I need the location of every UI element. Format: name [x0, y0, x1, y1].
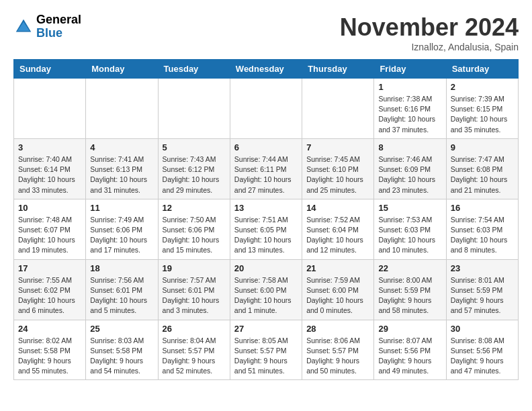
day-info: Sunrise: 8:04 AM Sunset: 5:57 PM Dayligh… [163, 336, 226, 377]
calendar-cell: 17Sunrise: 7:55 AM Sunset: 6:02 PM Dayli… [14, 259, 86, 320]
calendar-cell: 3Sunrise: 7:40 AM Sunset: 6:14 PM Daylig… [14, 138, 86, 199]
logo-icon [13, 17, 34, 37]
day-number: 3 [18, 142, 81, 152]
calendar-cell: 4Sunrise: 7:41 AM Sunset: 6:13 PM Daylig… [86, 138, 158, 199]
day-number: 10 [18, 203, 81, 213]
location: Iznalloz, Andalusia, Spain [340, 42, 519, 52]
day-number: 22 [378, 263, 441, 273]
calendar-cell: 23Sunrise: 8:01 AM Sunset: 5:59 PM Dayli… [446, 259, 518, 320]
weekday-header: Thursday [302, 60, 374, 79]
day-info: Sunrise: 8:02 AM Sunset: 5:58 PM Dayligh… [18, 336, 81, 377]
weekday-header: Sunday [14, 60, 86, 79]
day-info: Sunrise: 7:57 AM Sunset: 6:01 PM Dayligh… [163, 275, 226, 316]
day-info: Sunrise: 7:46 AM Sunset: 6:09 PM Dayligh… [378, 154, 441, 195]
calendar-cell: 7Sunrise: 7:45 AM Sunset: 6:10 PM Daylig… [302, 138, 374, 199]
calendar-cell: 16Sunrise: 7:54 AM Sunset: 6:03 PM Dayli… [446, 199, 518, 259]
weekday-header: Friday [374, 60, 446, 79]
weekday-header: Monday [86, 60, 158, 79]
day-info: Sunrise: 8:06 AM Sunset: 5:57 PM Dayligh… [306, 336, 369, 377]
calendar-week-row: 10Sunrise: 7:48 AM Sunset: 6:07 PM Dayli… [14, 199, 519, 259]
month-title: November 2024 [340, 13, 519, 42]
calendar-cell [230, 79, 302, 139]
calendar-week-row: 1Sunrise: 7:38 AM Sunset: 6:16 PM Daylig… [14, 79, 519, 139]
day-info: Sunrise: 7:58 AM Sunset: 6:00 PM Dayligh… [234, 275, 298, 316]
day-number: 4 [90, 142, 153, 152]
day-info: Sunrise: 7:49 AM Sunset: 6:06 PM Dayligh… [90, 215, 153, 256]
calendar-cell: 13Sunrise: 7:51 AM Sunset: 6:05 PM Dayli… [230, 199, 302, 259]
logo: General Blue [13, 13, 81, 40]
calendar-week-row: 24Sunrise: 8:02 AM Sunset: 5:58 PM Dayli… [14, 320, 519, 380]
day-number: 11 [90, 203, 153, 213]
day-info: Sunrise: 7:40 AM Sunset: 6:14 PM Dayligh… [18, 154, 81, 195]
day-number: 26 [163, 324, 226, 334]
calendar-cell: 15Sunrise: 7:53 AM Sunset: 6:03 PM Dayli… [374, 199, 446, 259]
day-info: Sunrise: 7:52 AM Sunset: 6:04 PM Dayligh… [306, 215, 369, 256]
day-info: Sunrise: 7:59 AM Sunset: 6:00 PM Dayligh… [306, 275, 369, 316]
day-number: 14 [306, 203, 369, 213]
title-block: November 2024 Iznalloz, Andalusia, Spain [340, 13, 519, 52]
day-info: Sunrise: 7:53 AM Sunset: 6:03 PM Dayligh… [378, 215, 441, 256]
page-header: General Blue November 2024 Iznalloz, And… [13, 13, 519, 52]
day-number: 27 [234, 324, 298, 334]
day-number: 1 [378, 82, 441, 92]
calendar-cell: 18Sunrise: 7:56 AM Sunset: 6:01 PM Dayli… [86, 259, 158, 320]
calendar-cell: 1Sunrise: 7:38 AM Sunset: 6:16 PM Daylig… [374, 79, 446, 139]
day-info: Sunrise: 7:38 AM Sunset: 6:16 PM Dayligh… [378, 94, 441, 135]
calendar-body: 1Sunrise: 7:38 AM Sunset: 6:16 PM Daylig… [14, 79, 519, 380]
calendar-cell: 5Sunrise: 7:43 AM Sunset: 6:12 PM Daylig… [158, 138, 230, 199]
calendar-cell: 30Sunrise: 8:08 AM Sunset: 5:56 PM Dayli… [446, 320, 518, 380]
calendar-cell: 29Sunrise: 8:07 AM Sunset: 5:56 PM Dayli… [374, 320, 446, 380]
day-number: 29 [378, 324, 441, 334]
day-info: Sunrise: 8:07 AM Sunset: 5:56 PM Dayligh… [378, 336, 441, 377]
day-number: 25 [90, 324, 153, 334]
day-info: Sunrise: 7:45 AM Sunset: 6:10 PM Dayligh… [306, 154, 369, 195]
calendar-cell: 20Sunrise: 7:58 AM Sunset: 6:00 PM Dayli… [230, 259, 302, 320]
calendar-cell: 21Sunrise: 7:59 AM Sunset: 6:00 PM Dayli… [302, 259, 374, 320]
day-number: 16 [451, 203, 514, 213]
day-info: Sunrise: 8:03 AM Sunset: 5:58 PM Dayligh… [90, 336, 153, 377]
calendar-cell: 24Sunrise: 8:02 AM Sunset: 5:58 PM Dayli… [14, 320, 86, 380]
day-number: 8 [378, 142, 441, 152]
day-number: 20 [234, 263, 298, 273]
calendar-cell [14, 79, 86, 139]
day-number: 24 [18, 324, 81, 334]
day-number: 18 [90, 263, 153, 273]
weekday-header: Saturday [446, 60, 518, 79]
day-info: Sunrise: 7:48 AM Sunset: 6:07 PM Dayligh… [18, 215, 81, 256]
day-number: 21 [306, 263, 369, 273]
calendar-cell: 28Sunrise: 8:06 AM Sunset: 5:57 PM Dayli… [302, 320, 374, 380]
day-number: 2 [451, 82, 514, 92]
day-info: Sunrise: 7:56 AM Sunset: 6:01 PM Dayligh… [90, 275, 153, 316]
calendar-cell: 9Sunrise: 7:47 AM Sunset: 6:08 PM Daylig… [446, 138, 518, 199]
day-info: Sunrise: 7:47 AM Sunset: 6:08 PM Dayligh… [451, 154, 514, 195]
day-info: Sunrise: 8:08 AM Sunset: 5:56 PM Dayligh… [451, 336, 514, 377]
calendar-cell: 19Sunrise: 7:57 AM Sunset: 6:01 PM Dayli… [158, 259, 230, 320]
day-number: 28 [306, 324, 369, 334]
calendar-week-row: 3Sunrise: 7:40 AM Sunset: 6:14 PM Daylig… [14, 138, 519, 199]
day-number: 17 [18, 263, 81, 273]
day-number: 13 [234, 203, 298, 213]
calendar-cell: 26Sunrise: 8:04 AM Sunset: 5:57 PM Dayli… [158, 320, 230, 380]
weekday-row: SundayMondayTuesdayWednesdayThursdayFrid… [14, 60, 519, 79]
calendar: SundayMondayTuesdayWednesdayThursdayFrid… [13, 59, 519, 380]
day-number: 23 [451, 263, 514, 273]
calendar-cell: 6Sunrise: 7:44 AM Sunset: 6:11 PM Daylig… [230, 138, 302, 199]
calendar-cell [158, 79, 230, 139]
day-info: Sunrise: 7:55 AM Sunset: 6:02 PM Dayligh… [18, 275, 81, 316]
calendar-cell: 2Sunrise: 7:39 AM Sunset: 6:15 PM Daylig… [446, 79, 518, 139]
calendar-header: SundayMondayTuesdayWednesdayThursdayFrid… [14, 60, 519, 79]
day-number: 12 [163, 203, 226, 213]
day-info: Sunrise: 7:41 AM Sunset: 6:13 PM Dayligh… [90, 154, 153, 195]
day-number: 30 [451, 324, 514, 334]
day-number: 7 [306, 142, 369, 152]
day-info: Sunrise: 7:51 AM Sunset: 6:05 PM Dayligh… [234, 215, 298, 256]
day-info: Sunrise: 7:54 AM Sunset: 6:03 PM Dayligh… [451, 215, 514, 256]
logo-text: General Blue [36, 13, 81, 40]
weekday-header: Tuesday [158, 60, 230, 79]
weekday-header: Wednesday [230, 60, 302, 79]
calendar-cell [86, 79, 158, 139]
calendar-cell: 12Sunrise: 7:50 AM Sunset: 6:06 PM Dayli… [158, 199, 230, 259]
day-info: Sunrise: 8:05 AM Sunset: 5:57 PM Dayligh… [234, 336, 298, 377]
day-info: Sunrise: 7:50 AM Sunset: 6:06 PM Dayligh… [163, 215, 226, 256]
day-info: Sunrise: 7:44 AM Sunset: 6:11 PM Dayligh… [234, 154, 298, 195]
